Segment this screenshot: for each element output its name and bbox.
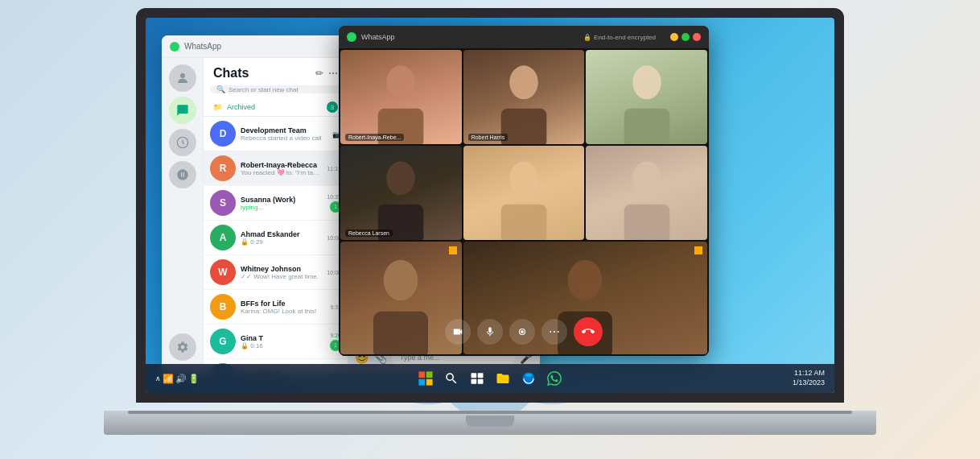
start-button[interactable] [416,369,435,388]
svg-rect-34 [418,371,425,378]
taskbar-clock: 11:12 AM 1/13/2023 [793,369,825,387]
chat-name-robert: Robert-Inaya-Rebecca [241,161,322,169]
sidebar-bottom [169,333,196,367]
menu-icon[interactable]: ⋯ [328,68,338,79]
svg-rect-31 [373,312,428,354]
avatar-robert: R [210,155,236,181]
video-cell-3 [586,50,707,144]
user-avatar-icon [169,64,196,92]
whatsapp-logo-small [170,42,179,52]
close-button[interactable] [693,33,701,41]
file-explorer-button[interactable] [493,369,513,388]
taskbar: ∧ 📶 🔊 🔋 [146,364,834,393]
chat-name-whitney: Whitney Johnson [241,265,322,273]
new-chat-icon[interactable]: ✏ [315,68,323,79]
end-call-button[interactable] [574,317,603,346]
taskbar-time-display: 11:12 AM [793,369,825,378]
svg-point-28 [632,161,661,195]
avatar-ahmad: A [210,225,236,250]
chat-header-actions: ✏ ⋯ [315,68,338,79]
chat-info-whitney: Whitney Johnson ✓✓ Wow! Have great time. [241,265,322,280]
camera-toggle-button[interactable] [509,319,535,345]
chats-title: Chats [213,66,249,81]
svg-point-18 [387,65,416,99]
status-nav-icon[interactable] [169,129,196,156]
search-placeholder: Search or start new chat [229,86,299,93]
archived-count: 3 [327,101,338,113]
svg-rect-21 [501,108,547,144]
avatar-gina: G [210,329,236,354]
laptop-screen-bezel: WhatsApp [136,8,844,403]
avatar-bffs: B [210,294,236,320]
chat-name-dev: Development Team [241,126,327,134]
svg-rect-27 [501,204,547,240]
chat-item-gina[interactable]: G Gina T 🔒 0:16 9:26 1 [204,325,348,359]
avatar-dev-team: D [210,121,236,147]
chat-info-gina: Gina T 🔒 0:16 [241,334,325,349]
taskview-button[interactable] [467,369,487,388]
taskbar-date-display: 1/13/2023 [793,378,825,388]
settings-icon[interactable] [169,333,196,361]
chat-list-header: Chats ✏ ⋯ [204,58,348,85]
chat-preview-robert: You reacted 🩷 to: "I'm taking n... [241,169,322,176]
chat-preview-gina: 🔒 0:16 [241,342,325,349]
person-silhouette-4 [352,155,450,240]
indicator-dot-7 [449,246,457,254]
video-cell-5 [463,146,585,240]
chat-item-bffs[interactable]: B BFFs for Life Karina: OMG! Look at thi… [204,290,348,325]
archived-row[interactable]: 📁 Archived 3 [204,98,348,117]
video-cell-7 [340,242,462,354]
chat-name-gina: Gina T [241,334,325,342]
search-bar[interactable]: 🔍 Search or start new chat [210,85,341,93]
search-taskbar-button[interactable] [442,369,461,388]
chat-item-susanna[interactable]: S Susanna (Work) typing... 10:37 1 [204,186,348,221]
svg-rect-29 [624,204,669,240]
chat-item-ahmad[interactable]: A Ahmad Eskander 🔒 0:29 10:08 [204,221,348,255]
svg-rect-35 [426,371,433,378]
participant-name-2: Robert Harris [468,134,509,141]
laptop: WhatsApp [104,8,876,435]
chat-info-ahmad: Ahmad Eskander 🔒 0:29 [241,230,322,246]
volume-icon: 🔊 [175,374,187,384]
system-tray-expand[interactable]: ∧ [155,374,161,382]
svg-rect-39 [478,373,484,378]
more-options-button[interactable]: ⋯ [541,319,567,345]
chat-name-susanna: Susanna (Work) [241,196,322,204]
laptop-screen: WhatsApp [146,18,834,393]
chat-info-dev: Development Team Rebecca started a video… [241,126,327,142]
person-silhouette-6 [598,155,695,240]
svg-rect-36 [418,379,425,386]
person-silhouette-5 [476,155,573,240]
svg-point-32 [568,260,603,300]
chat-preview-whitney: ✓✓ Wow! Have great time. [241,273,322,280]
chat-preview-susanna: typing... [241,204,322,211]
call-controls: ⋯ [445,317,603,346]
mic-toggle-button[interactable] [477,319,503,345]
chat-item-development-team[interactable]: D Development Team Rebecca started a vid… [204,117,348,151]
archived-label: Archived [227,103,255,111]
video-toggle-button[interactable] [445,319,471,345]
chats-nav-icon[interactable] [169,97,196,124]
svg-rect-23 [624,108,669,144]
taskbar-right-area: 11:12 AM 1/13/2023 [793,369,825,387]
call-app-logo [347,32,356,42]
avatar-whitney: W [210,259,236,285]
maximize-button[interactable] [681,33,690,41]
taskbar-center-icons [416,369,564,388]
minimize-button[interactable] [670,33,678,41]
chat-name-bffs: BFFs for Life [241,300,325,308]
svg-point-24 [387,161,416,195]
indicator-dot-8 [694,246,702,254]
archive-icon: 📁 [213,103,222,111]
lock-icon: 🔒 [583,34,591,41]
chat-item-robert[interactable]: R Robert-Inaya-Rebecca You reacted 🩷 to:… [204,151,348,186]
participant-name-4: Rebecca Larsen [345,229,393,237]
whatsapp-taskbar-button[interactable] [545,369,564,388]
channels-nav-icon[interactable] [169,161,196,188]
taskbar-system-tray-left: ∧ 📶 🔊 🔋 [155,374,252,384]
chat-info-robert: Robert-Inaya-Rebecca You reacted 🩷 to: "… [241,161,322,176]
edge-browser-button[interactable] [519,369,538,388]
chat-item-whitney[interactable]: W Whitney Johnson ✓✓ Wow! Have great tim… [204,255,348,290]
chat-list-panel: Chats ✏ ⋯ 🔍 Search or start new chat 📁 [204,58,348,374]
chat-info-susanna: Susanna (Work) typing... [241,196,322,211]
